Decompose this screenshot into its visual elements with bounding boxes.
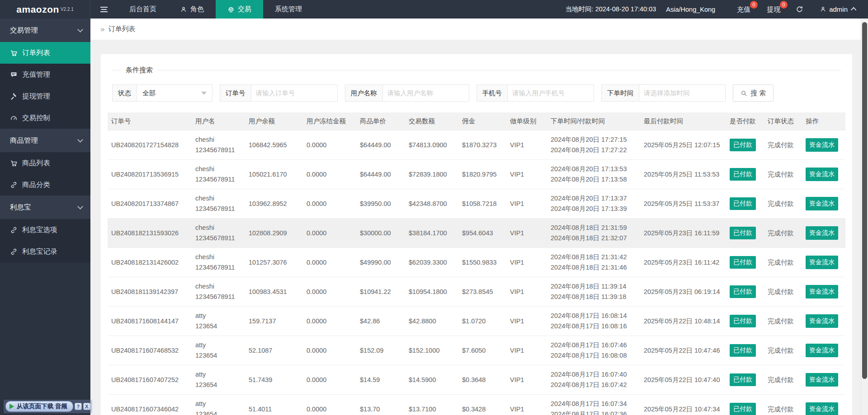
table-body: UB2408201727154828cheshi1234567891110684… (108, 131, 845, 415)
paid-cell: 已付款 (726, 336, 764, 365)
order-no-cell: UB2408201713536915 (108, 160, 192, 189)
nav-item-trade[interactable]: 交易 (216, 0, 263, 19)
phone-input[interactable] (507, 84, 594, 102)
nav-item-home[interactable]: 后台首页 (118, 0, 168, 19)
balance-cell: 101257.3076 (245, 248, 303, 277)
sidebar-group-label: 商品管理 (10, 136, 38, 145)
chevron-down-icon (77, 27, 83, 33)
commission-cell: $1820.9795 (458, 160, 506, 189)
last-pay-time-cell: 2025年05月23日 06:19:14 (640, 277, 726, 307)
withdraw-badge: 0 (780, 1, 788, 9)
help-button[interactable]: ? (75, 403, 82, 410)
table-row: UB2408201727154828cheshi1234567891110684… (108, 131, 845, 160)
person-icon (180, 6, 187, 13)
user-cell: atty123654 (192, 336, 245, 365)
app-logo[interactable]: amaozon V2.2.1 (0, 0, 90, 19)
order-no-cell: UB2408171608144147 (108, 307, 192, 336)
action-cell: 资金流水 (802, 365, 845, 395)
sidebar-group-product-management[interactable]: 商品管理 (0, 129, 90, 152)
paid-cell: 已付款 (726, 395, 764, 415)
sidebar-item-interest-records[interactable]: 利息宝记录 (0, 241, 90, 262)
column-header: 做单级别 (506, 112, 547, 131)
table-row: UB2408182131426002cheshi1234567891110125… (108, 248, 845, 277)
order-pay-time-cell: 2024年08月17日 16:07:402024年08月17日 16:07:42 (547, 365, 640, 395)
scrollbar-thumb[interactable] (862, 22, 867, 379)
admin-menu[interactable]: admin (811, 5, 860, 13)
status-label: 状态 (112, 84, 137, 102)
fund-flow-button[interactable]: 资金流水 (806, 314, 838, 328)
sidebar-item-withdraw-management[interactable]: 提现管理 (0, 85, 90, 107)
breadcrumb: » 订单列表 (90, 19, 868, 40)
paid-cell: 已付款 (726, 277, 764, 307)
chevron-down-icon (201, 92, 207, 95)
fund-flow-button[interactable]: 资金流水 (806, 197, 838, 210)
user-cell: cheshi12345678911 (192, 248, 245, 277)
sidebar-group-trade-management[interactable]: 交易管理 (0, 19, 90, 42)
chevron-down-icon (77, 137, 83, 143)
username-input[interactable] (382, 84, 469, 102)
order-time-input[interactable] (639, 84, 726, 102)
commission-cell: $954.6043 (458, 219, 506, 248)
hamburger-icon[interactable] (90, 0, 118, 19)
sidebar-item-order-list[interactable]: 订单列表 (0, 42, 90, 64)
table-row: UB2408201713374867cheshi1234567891110396… (108, 189, 845, 219)
refresh-icon[interactable] (788, 5, 811, 13)
chevron-up-icon (851, 7, 857, 13)
close-button[interactable]: X (83, 403, 90, 410)
order-no-cell: UB2408181139142397 (108, 277, 192, 307)
order-pay-time-cell: 2024年08月17日 16:07:342024年08月17日 16:07:36 (547, 395, 640, 415)
paid-cell: 已付款 (726, 365, 764, 395)
sidebar-item-product-category[interactable]: 商品分类 (0, 174, 90, 196)
sidebar-item-label: 商品列表 (22, 159, 50, 168)
level-cell: VIP1 (506, 307, 547, 336)
order-status-cell: 完成付款 (764, 219, 802, 248)
balance-cell: 52.1087 (245, 336, 303, 365)
level-cell: VIP1 (506, 277, 547, 307)
status-filter: 状态 全部 (112, 84, 212, 102)
download-toolbar: 从该页面下载 音频 ? X (4, 400, 92, 413)
phone-filter: 手机号 (476, 84, 594, 102)
amount-cell: $38184.1700 (405, 219, 458, 248)
sidebar-item-product-list[interactable]: 商品列表 (0, 152, 90, 174)
amount-cell: $14.5900 (405, 365, 458, 395)
commission-cell: $0.3648 (458, 365, 506, 395)
last-pay-time-cell: 2025年05月22日 10:47:34 (640, 395, 726, 415)
order-pay-time-cell: 2024年08月17日 16:08:142024年08月17日 16:08:16 (547, 307, 640, 336)
fund-flow-button[interactable]: 资金流水 (806, 226, 838, 240)
order-no-input[interactable] (251, 84, 338, 102)
order-time-label: 下单时间 (601, 84, 639, 102)
amount-cell: $152.1000 (405, 336, 458, 365)
download-audio-label: 从该页面下载 音频 (17, 402, 67, 410)
order-pay-time-cell: 2024年08月18日 21:31:592024年08月18日 21:32:07 (547, 219, 640, 248)
search-button[interactable]: 搜 索 (733, 84, 774, 102)
nav-item-role[interactable]: 角色 (168, 0, 216, 19)
download-audio-button[interactable]: 从该页面下载 音频 (5, 401, 73, 412)
sidebar-item-recharge-management[interactable]: 充值管理 (0, 64, 90, 85)
withdraw-nav-button[interactable]: 提现 0 (759, 0, 788, 19)
recharge-nav-button[interactable]: 充值 0 (729, 0, 759, 19)
sidebar-group-interest-treasure[interactable]: 利息宝 (0, 196, 90, 219)
nav-item-system[interactable]: 系统管理 (263, 0, 314, 19)
status-select[interactable]: 全部 (137, 84, 212, 102)
level-cell: VIP1 (506, 336, 547, 365)
link-icon (10, 181, 18, 189)
fund-flow-button[interactable]: 资金流水 (806, 285, 838, 298)
order-no-cell: UB2408201713374867 (108, 189, 192, 219)
user-cell: cheshi12345678911 (192, 131, 245, 160)
page-scrollbar[interactable] (861, 19, 868, 415)
fund-flow-button[interactable]: 资金流水 (806, 344, 838, 357)
fund-flow-button[interactable]: 资金流水 (806, 138, 838, 152)
order-pay-time-cell: 2024年08月18日 11:39:142024年08月18日 11:39:18 (547, 277, 640, 307)
fund-flow-button[interactable]: 资金流水 (806, 168, 838, 181)
logo-version: V2.2.1 (61, 7, 74, 12)
paid-cell: 已付款 (726, 160, 764, 189)
level-cell: VIP1 (506, 160, 547, 189)
column-header: 佣金 (458, 112, 506, 131)
sidebar-item-trade-control[interactable]: 交易控制 (0, 107, 90, 129)
logo-text: amaozon (16, 4, 59, 15)
frozen-cell: 0.0000 (303, 219, 356, 248)
sidebar-item-interest-options[interactable]: 利息宝选项 (0, 219, 90, 241)
fund-flow-button[interactable]: 资金流水 (806, 402, 838, 415)
fund-flow-button[interactable]: 资金流水 (806, 256, 838, 269)
fund-flow-button[interactable]: 资金流水 (806, 373, 838, 387)
